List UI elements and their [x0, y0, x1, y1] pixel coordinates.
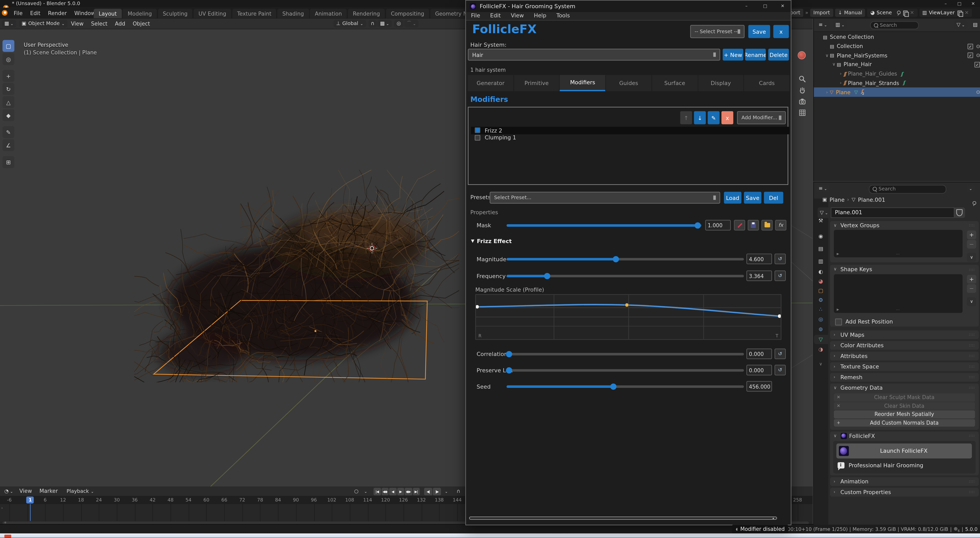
- tool-transform-icon[interactable]: ◆: [3, 109, 14, 121]
- folliclefx-tab-display[interactable]: Display: [698, 75, 743, 91]
- workspace-tab-rendering[interactable]: Rendering: [348, 9, 385, 18]
- windows-taskbar[interactable]: [0, 533, 980, 538]
- minimize-icon[interactable]: –: [740, 3, 753, 10]
- magnitude-value-field[interactable]: 4.600: [746, 253, 772, 264]
- outliner-row-plane-hair[interactable]: ∨▤Plane_Hair✓⊙▣: [813, 60, 980, 69]
- checkbox-icon[interactable]: ✓: [974, 62, 980, 67]
- mask-value-field[interactable]: 1.000: [705, 220, 731, 231]
- outliner-search-input[interactable]: Search: [870, 21, 918, 29]
- viewport-menu-select[interactable]: Select: [88, 21, 111, 27]
- mode-selector[interactable]: ▣ Object Mode ⌄: [19, 20, 67, 27]
- curve-point[interactable]: [476, 305, 479, 309]
- list-box[interactable]: ▶⋯: [834, 230, 962, 257]
- pin-id-icon[interactable]: [971, 201, 976, 206]
- correlation-reset-button[interactable]: ↺: [775, 349, 786, 359]
- checkbox-icon[interactable]: ✓: [967, 43, 973, 49]
- menu-edit[interactable]: Edit: [26, 7, 44, 19]
- timeline-editor-type-button[interactable]: ◔⌄: [2, 487, 16, 495]
- panel-header-color-attributes[interactable]: ›Color Attributes∷∷: [830, 341, 979, 350]
- blender-app-menu[interactable]: [2, 7, 7, 19]
- next-keyframe-button[interactable]: ◆▶: [405, 488, 412, 495]
- mask-fx-icon[interactable]: fx: [775, 220, 786, 231]
- folliclefx-tab-generator[interactable]: Generator: [468, 75, 513, 91]
- folliclefx-tab-surface[interactable]: Surface: [652, 75, 698, 91]
- panel-drag-dots-icon[interactable]: ∷∷: [969, 375, 975, 379]
- close-icon[interactable]: ✕: [776, 3, 789, 10]
- panel-header-remesh[interactable]: ›Remesh∷∷: [830, 372, 979, 382]
- outliner-row-plane-hair-strands[interactable]: ›ʃʃʃPlane_Hair_Strandsʃʃ⊙▣: [813, 78, 980, 88]
- panel-drag-dots-icon[interactable]: ∷∷: [969, 365, 975, 369]
- taskbar-app-icon[interactable]: [4, 535, 11, 538]
- preserve-len-reset-button[interactable]: ↺: [775, 365, 786, 376]
- hair-object[interactable]: [134, 170, 459, 382]
- camera-view-icon[interactable]: [797, 96, 807, 106]
- panel-drag-dots-icon[interactable]: ∷∷: [969, 333, 975, 337]
- panel-header-custom-properties[interactable]: ›Custom Properties∷∷: [830, 487, 979, 497]
- frequency-reset-button[interactable]: ↺: [775, 271, 786, 281]
- filter-funnel-dropdown[interactable]: ▽⌄: [954, 21, 967, 29]
- new-viewlayer-icon[interactable]: [958, 11, 962, 16]
- timeline-menu-view[interactable]: View: [16, 488, 36, 494]
- workspace-tab-sculpting[interactable]: Sculpting: [158, 9, 192, 18]
- snap-magnet-icon[interactable]: ∩: [368, 20, 377, 27]
- panel-header-uv-maps[interactable]: ›UV Maps∷∷: [830, 330, 979, 339]
- workspace-tab-texture-paint[interactable]: Texture Paint: [232, 9, 276, 18]
- tool-measure-icon[interactable]: ∠: [3, 139, 14, 151]
- import-button[interactable]: Import: [810, 9, 833, 17]
- preset-delete-button[interactable]: Del: [764, 192, 783, 204]
- panel-header-attributes[interactable]: ›Attributes∷∷: [830, 351, 979, 360]
- checkbox-icon[interactable]: [835, 318, 842, 325]
- frequency-value-field[interactable]: 3.364: [746, 271, 772, 281]
- folliclefx-menu-tools[interactable]: Tools: [551, 13, 575, 19]
- eye-icon[interactable]: ⊙: [975, 53, 980, 58]
- outliner-row-plane[interactable]: ›▽Plane▽ʃʃ2⊙▣: [813, 88, 980, 97]
- frame-back-button[interactable]: ◀|: [424, 488, 432, 495]
- outliner-row-collection[interactable]: ▤Collection✓⊙▣: [813, 41, 980, 51]
- falloff-dropdown[interactable]: ⌒⌄: [404, 20, 418, 27]
- properties-search-input[interactable]: Search: [869, 185, 946, 193]
- tool-cursor-icon[interactable]: ◎: [3, 53, 14, 65]
- maximize-icon[interactable]: □: [953, 0, 966, 7]
- header-save-button[interactable]: Save: [748, 25, 770, 38]
- list-play-icon[interactable]: ▶: [837, 252, 839, 256]
- timeline-menu-playback[interactable]: Playback⌄: [64, 487, 97, 495]
- add-item-button[interactable]: +: [967, 231, 977, 239]
- jump-start-button[interactable]: |◀: [374, 488, 381, 495]
- proportional-edit-icon[interactable]: ◎: [394, 20, 404, 27]
- playhead[interactable]: [30, 504, 31, 520]
- frame-step-dropdown[interactable]: ⌄: [442, 487, 450, 495]
- move-modifier-down-button[interactable]: ↓: [694, 111, 706, 124]
- outliner-row-plane-hair-guides[interactable]: ›ʃʃʃPlane_Hair_Guidesʃʃ∪⊠: [813, 69, 980, 78]
- list-specials-dropdown[interactable]: ∨: [967, 253, 977, 262]
- close-icon[interactable]: ✕: [966, 0, 980, 7]
- folliclefx-hscrollbar[interactable]: [469, 517, 777, 520]
- preserve-len-slider[interactable]: [507, 369, 744, 371]
- correlation-slider-handle[interactable]: [506, 351, 512, 357]
- panel-drag-dots-icon[interactable]: ∷∷: [969, 343, 975, 347]
- workspace-tab-compositing[interactable]: Compositing: [386, 9, 429, 18]
- remove-viewlayer-icon[interactable]: ✕: [965, 10, 969, 16]
- rename-hair-system-button[interactable]: Rename: [745, 49, 766, 60]
- correlation-slider[interactable]: [507, 353, 744, 355]
- tool-select-box-icon[interactable]: ▢: [3, 40, 14, 52]
- list-resize-dots-icon[interactable]: ⋯: [896, 307, 900, 311]
- play-reverse-button[interactable]: ◀: [389, 488, 396, 495]
- list-box[interactable]: ▶⋯: [834, 274, 962, 313]
- panel-header-shape-keys[interactable]: ∨Shape Keys∷∷: [830, 265, 979, 274]
- list-specials-dropdown[interactable]: ∨: [967, 297, 977, 306]
- panel-drag-dots-icon[interactable]: ∷∷: [969, 479, 975, 484]
- folliclefx-menu-view[interactable]: View: [506, 13, 529, 19]
- modifier-checkbox-icon[interactable]: [475, 135, 480, 140]
- maximize-icon[interactable]: □: [758, 3, 772, 10]
- folliclefx-tab-primitive[interactable]: Primitive: [514, 75, 560, 91]
- new-scene-icon[interactable]: [903, 11, 907, 16]
- menu-file[interactable]: File: [10, 7, 26, 19]
- viewport-menu-view[interactable]: View: [67, 21, 88, 27]
- workspace-tab-modeling[interactable]: Modeling: [123, 9, 157, 18]
- preset-load-button[interactable]: Load: [724, 192, 741, 204]
- panel-drag-dots-icon[interactable]: ∷∷: [969, 267, 975, 271]
- frame-forward-button[interactable]: |▶: [433, 488, 441, 495]
- panel-header-folliclefx[interactable]: ∨FollicleFX∷∷: [830, 431, 979, 440]
- panel-drag-dots-icon[interactable]: ∷∷: [969, 385, 975, 390]
- header-close-button[interactable]: x: [773, 25, 789, 38]
